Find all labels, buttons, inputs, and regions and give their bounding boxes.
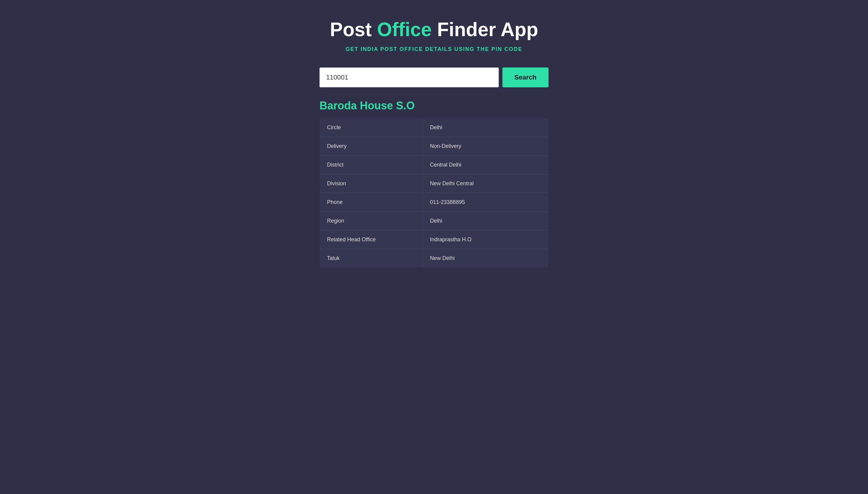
table-row: DistrictCentral Delhi [320, 155, 549, 174]
table-row: TalukNew Delhi [320, 249, 549, 267]
subtitle: GET INDIA POST OFFICE DETAILS USING THE … [319, 46, 549, 52]
table-row: CircleDelhi [320, 118, 549, 137]
title-part1: Post [330, 19, 377, 40]
table-row: RegionDelhi [320, 211, 549, 230]
row-label: Phone [320, 193, 423, 211]
row-label: Related Head Office [320, 230, 423, 249]
row-label: Delivery [320, 137, 423, 155]
row-label: Circle [320, 118, 423, 137]
row-value: New Delhi Central [423, 174, 548, 193]
row-value: New Delhi [423, 249, 548, 267]
title-part2: Finder App [431, 19, 538, 40]
info-table: CircleDelhiDeliveryNon-DeliveryDistrictC… [319, 118, 549, 268]
row-value: Non-Delivery [423, 137, 548, 155]
table-row: DeliveryNon-Delivery [320, 137, 549, 155]
row-value: Delhi [423, 211, 548, 230]
row-value: Delhi [423, 118, 548, 137]
row-value: Indraprastha H.O [423, 230, 548, 249]
office-name: Baroda House S.O [319, 99, 549, 112]
pin-input[interactable] [319, 68, 499, 87]
header: Post Office Finder App GET INDIA POST OF… [319, 18, 549, 52]
row-label: District [320, 155, 423, 174]
table-row: Phone011-23388895 [320, 193, 549, 211]
table-row: DivisionNew Delhi Central [320, 174, 549, 193]
table-row: Related Head OfficeIndraprastha H.O [320, 230, 549, 249]
app-container: Post Office Finder App GET INDIA POST OF… [319, 18, 549, 268]
row-label: Division [320, 174, 423, 193]
title-highlight: Office [377, 19, 431, 40]
results-section: Baroda House S.O CircleDelhiDeliveryNon-… [319, 99, 549, 268]
row-label: Taluk [320, 249, 423, 267]
search-button[interactable]: Search [502, 68, 549, 87]
row-value: Central Delhi [423, 155, 548, 174]
row-label: Region [320, 211, 423, 230]
main-title: Post Office Finder App [319, 18, 549, 41]
search-section: Search [319, 68, 549, 87]
row-value: 011-23388895 [423, 193, 548, 211]
